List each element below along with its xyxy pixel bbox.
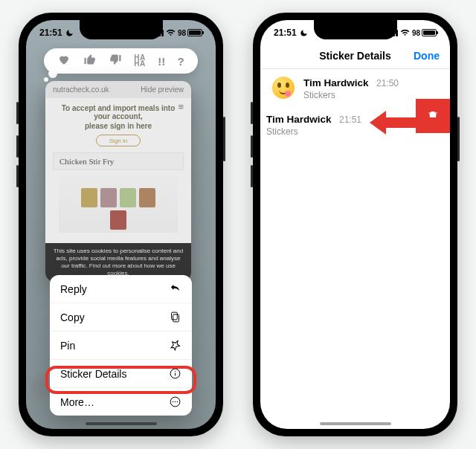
done-button[interactable]: Done <box>414 50 440 62</box>
preview-text-1: To accept and import meals into your acc… <box>45 98 191 122</box>
svg-rect-0 <box>173 314 179 322</box>
preview-image <box>59 175 178 233</box>
cookie-text: This site uses cookies to personalise co… <box>51 248 185 277</box>
tapback-exclaim-icon[interactable]: !! <box>158 55 165 68</box>
battery-percent: 98 <box>412 29 420 37</box>
battery-indicator: 98 <box>412 29 437 37</box>
status-time: 21:51 <box>274 28 297 38</box>
screen-left: 21:51 98 <box>26 20 216 429</box>
recipe-title: Chicken Stir Fry <box>53 152 184 170</box>
phone-right: 21:51 98 Sticker Details Done <box>253 13 457 436</box>
svg-point-8 <box>177 401 178 402</box>
menu-reply[interactable]: Reply <box>50 275 192 303</box>
annotation-arrow <box>370 111 440 135</box>
notch <box>80 20 163 39</box>
home-indicator[interactable] <box>86 422 157 425</box>
pin-icon <box>169 339 181 352</box>
reply-icon <box>169 282 181 295</box>
svg-rect-1 <box>172 312 178 320</box>
home-indicator[interactable] <box>320 422 391 425</box>
menu-reply-label: Reply <box>60 283 87 295</box>
status-time: 21:51 <box>39 28 62 38</box>
menu-sticker-details[interactable]: Sticker Details <box>50 360 192 388</box>
preview-body: ≡ To accept and import meals into your a… <box>45 98 191 282</box>
tapback-heart-icon[interactable] <box>57 53 71 69</box>
tapback-thumbsup-icon[interactable] <box>83 53 97 69</box>
hide-preview-link[interactable]: Hide preview <box>141 85 184 94</box>
menu-pin-label: Pin <box>60 340 75 352</box>
tapback-picker[interactable]: HA HA !! ? <box>44 48 198 74</box>
sticker-emoji-icon <box>271 75 296 100</box>
sticker-row-name: Tim Hardwick <box>266 114 332 125</box>
dnd-moon-icon <box>300 29 308 37</box>
preview-domain: nutracheck.co.uk <box>53 85 109 94</box>
battery-percent: 98 <box>178 29 186 37</box>
menu-pin[interactable]: Pin <box>50 332 192 360</box>
menu-more-label: More… <box>60 396 94 408</box>
dnd-moon-icon <box>65 29 74 37</box>
context-menu: Reply Copy Pin Sticker Details More… <box>50 275 192 416</box>
tapback-haha-icon[interactable]: HA HA <box>134 55 145 67</box>
sticker-row-time: 21:50 <box>376 78 399 88</box>
battery-indicator: 98 <box>178 29 202 37</box>
notch <box>314 20 397 39</box>
svg-point-6 <box>173 401 173 402</box>
menu-copy-label: Copy <box>60 311 85 323</box>
svg-point-7 <box>175 401 176 402</box>
more-icon <box>169 395 181 408</box>
screen-right: 21:51 98 Sticker Details Done <box>260 20 450 429</box>
tapback-question-icon[interactable]: ? <box>178 55 184 68</box>
menu-sticker-details-label: Sticker Details <box>60 368 126 380</box>
sign-in-button[interactable]: Sign in <box>96 135 141 146</box>
svg-point-4 <box>175 371 176 372</box>
message-link-preview[interactable]: nutracheck.co.uk Hide preview ≡ To accep… <box>45 81 191 282</box>
copy-icon <box>169 311 181 323</box>
tapback-thumbsdown-icon[interactable] <box>109 53 122 69</box>
menu-copy[interactable]: Copy <box>50 303 192 332</box>
sticker-row-time: 21:51 <box>339 114 361 125</box>
nav-bar: Sticker Details Done <box>260 42 450 69</box>
hamburger-icon[interactable]: ≡ <box>178 101 184 112</box>
wifi-icon <box>166 29 176 36</box>
wifi-icon <box>400 29 410 36</box>
menu-more[interactable]: More… <box>50 388 192 416</box>
phone-left: 21:51 98 <box>19 13 223 436</box>
preview-text-2: please sign in here <box>45 122 191 130</box>
info-icon <box>169 367 181 380</box>
sticker-row-name: Tim Hardwick <box>303 77 369 88</box>
page-title: Sticker Details <box>319 50 391 62</box>
